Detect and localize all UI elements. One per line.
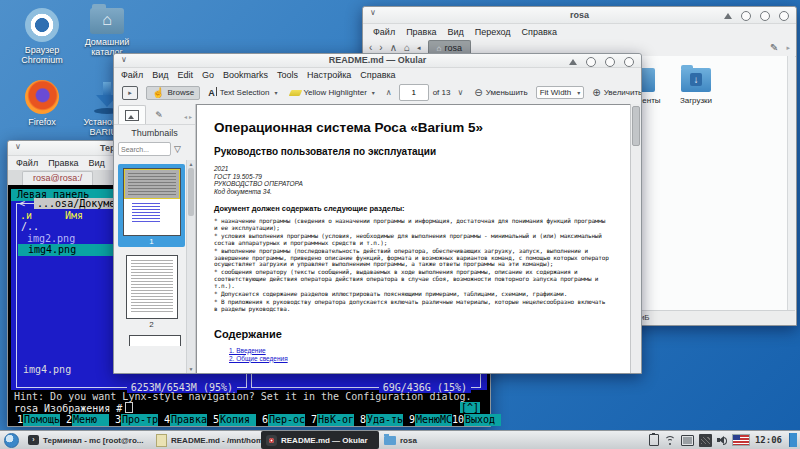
okular-menu-settings[interactable]: Настройка: [307, 70, 351, 80]
document-page[interactable]: Операционная система Роса «Barium 5» Рук…: [196, 104, 631, 373]
minimize-button[interactable]: [741, 11, 751, 21]
okular-menu-go[interactable]: Go: [202, 70, 214, 80]
fkey-move[interactable]: 6Пер-ос: [256, 414, 305, 426]
term-menu-view[interactable]: Вид: [89, 158, 105, 168]
home-icon[interactable]: ⌂: [404, 42, 410, 53]
tabs-scroll-left-icon[interactable]: ◂: [184, 113, 187, 120]
thumbnail-search-input[interactable]: [118, 142, 171, 156]
fm-menu-help[interactable]: Справка: [522, 27, 557, 37]
maximize-button[interactable]: [605, 57, 615, 67]
thumbnail-page-2[interactable]: 2: [118, 255, 185, 329]
okular-menu-tools[interactable]: Tools: [277, 70, 298, 80]
keep-above-icon[interactable]: [569, 59, 577, 65]
page-number-input[interactable]: [399, 84, 429, 101]
doc-toc-heading: Содержание: [214, 328, 612, 340]
scroll-up-icon[interactable]: ▲: [187, 161, 195, 167]
toc-link-introduction[interactable]: 1. Введение: [229, 347, 612, 355]
zoom-mode-select[interactable]: Fit Width ▾: [536, 86, 585, 99]
folder-downloads[interactable]: Загрузки: [668, 68, 724, 105]
task-terminal[interactable]: › Терминал - mc [root@ro...: [23, 431, 151, 449]
fkey-mkdir[interactable]: 7НвК-ог: [305, 414, 354, 426]
term-menu-file[interactable]: Файл: [16, 158, 38, 168]
close-button[interactable]: [624, 57, 634, 67]
window-menu-icon[interactable]: ∨: [15, 142, 21, 151]
system-monitor-icon[interactable]: [699, 434, 712, 447]
thumbnail-page-1[interactable]: 1: [118, 164, 185, 247]
okular-menu-bookmarks[interactable]: Bookmarks: [223, 70, 268, 80]
desktop-wallpaper: БраузерChromium Домашнийкаталог Firefox …: [0, 0, 800, 449]
icon-label: Домашний: [74, 37, 140, 47]
fkey-delete[interactable]: 8Уда-ть: [354, 414, 403, 426]
fm-scrollbar[interactable]: [787, 56, 795, 310]
term-menu-edit[interactable]: Правка: [48, 158, 78, 168]
okular-menu-help[interactable]: Справка: [360, 70, 395, 80]
fm-tab-label: rosa: [444, 43, 462, 53]
filter-icon[interactable]: ▽: [174, 144, 181, 154]
thumbnail-scrollbar[interactable]: ▲ ▼: [186, 160, 195, 373]
okular-menu-file[interactable]: Файл: [121, 70, 143, 80]
fkey-menu[interactable]: 2Меню: [60, 414, 109, 426]
fkey-copy[interactable]: 5Копия: [207, 414, 256, 426]
thumbnail-page-3-partial[interactable]: [129, 335, 181, 346]
thumbnails-tab[interactable]: [118, 105, 146, 124]
fkey-quit[interactable]: 10Выход: [452, 414, 501, 426]
app-launcher-icon[interactable]: [4, 433, 19, 448]
close-button[interactable]: [779, 11, 789, 21]
keep-above-icon[interactable]: [724, 13, 732, 19]
previous-page-icon[interactable]: ∧: [383, 86, 395, 99]
minimize-button[interactable]: [586, 57, 596, 67]
browse-tool-button[interactable]: ☝ Browse: [146, 86, 200, 100]
fm-menu-file[interactable]: Файл: [373, 27, 395, 37]
fm-menu-view[interactable]: Вид: [448, 27, 464, 37]
fkey-view[interactable]: 3Про-тр: [109, 414, 158, 426]
shell-prompt[interactable]: rosa Изображения #: [14, 403, 122, 414]
zoom-in-button[interactable]: ⊕ Увеличить: [588, 85, 641, 100]
scroll-thumb[interactable]: [188, 168, 194, 216]
fkey-edit[interactable]: 4Правка: [158, 414, 207, 426]
wifi-icon[interactable]: [664, 436, 676, 445]
fkey-pulldn[interactable]: 9МенюМС: [403, 414, 452, 426]
up-icon[interactable]: ∧: [390, 42, 397, 53]
text-selection-button[interactable]: A Text Selection ▾: [204, 85, 281, 100]
back-icon[interactable]: ‹: [369, 42, 372, 53]
task-readme-editor[interactable]: README.md - /mnt/hom...: [151, 431, 261, 449]
zoom-out-button[interactable]: ⊖ Уменьшить: [470, 85, 531, 100]
okular-menu-edit[interactable]: Edit: [177, 70, 193, 80]
edit-location-icon[interactable]: ✎: [770, 42, 778, 53]
fm-titlebar[interactable]: ∨ rosa: [363, 7, 796, 24]
folder-label: Загрузки: [668, 96, 724, 105]
fm-menu-edit[interactable]: Правка: [406, 27, 436, 37]
highlighter-button[interactable]: Yellow Highlighter ▾: [286, 86, 379, 99]
sidebar-toggle-button[interactable]: ▸: [118, 84, 142, 102]
maximize-button[interactable]: [760, 11, 770, 21]
volume-icon[interactable]: [717, 435, 727, 445]
scroll-thumb[interactable]: [632, 106, 640, 146]
document-scrollbar[interactable]: [630, 104, 641, 373]
okular-menu-view[interactable]: Вид: [152, 70, 168, 80]
fm-menu-go[interactable]: Переход: [475, 27, 511, 37]
fkey-help[interactable]: 1Помощь: [11, 414, 60, 426]
clock[interactable]: 12:06: [755, 435, 782, 445]
system-tray: 12:06: [649, 433, 800, 447]
terminal-tab[interactable]: rosa@rosa:/: [22, 171, 93, 185]
forward-icon[interactable]: ›: [379, 42, 382, 53]
tabs-scroll-right-icon[interactable]: ▸: [189, 113, 192, 120]
desktop-icon-chromium[interactable]: БраузерChromium: [9, 8, 75, 65]
keyboard-layout-us-flag-icon[interactable]: [732, 434, 750, 446]
task-okular-active[interactable]: README.md — Okular: [261, 431, 379, 449]
mc-panel-path: ...osa/Докуме: [34, 198, 118, 209]
icon-label: Firefox: [9, 117, 75, 127]
tab-scroll-right-icon[interactable]: ▸: [786, 44, 790, 52]
show-desktop-button[interactable]: [789, 433, 797, 447]
task-rosa-folder[interactable]: rosa: [379, 431, 433, 449]
desktop-icon-home[interactable]: Домашнийкаталог: [74, 8, 140, 57]
display-icon[interactable]: [681, 435, 694, 446]
toc-link-general[interactable]: 2. Общие сведения: [229, 355, 612, 363]
annotations-tab[interactable]: ✎: [146, 106, 172, 124]
clipboard-icon[interactable]: [649, 434, 659, 446]
next-page-icon[interactable]: ∨: [454, 86, 466, 99]
desktop-icon-firefox[interactable]: Firefox: [9, 80, 75, 127]
tab-scroll-left-icon[interactable]: ◂: [417, 44, 421, 52]
okular-titlebar[interactable]: ∨ README.md — Okular: [114, 54, 641, 68]
scroll-down-icon[interactable]: ▼: [187, 366, 195, 372]
